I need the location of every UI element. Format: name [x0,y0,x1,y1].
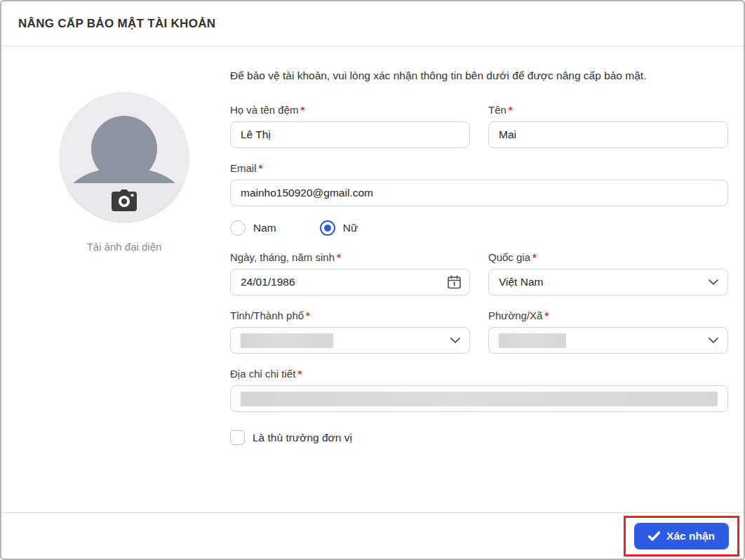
required-asterisk: * [337,251,341,263]
avatar-column: Tải ảnh đại diện [18,66,230,512]
chevron-down-icon [709,279,718,286]
address-label: Địa chỉ chi tiết* [230,368,728,380]
security-upgrade-dialog: NÂNG CẤP BẢO MẬT TÀI KHOẢN Tải ảnh đại d… [0,0,745,560]
field-ward: Phường/Xã* [488,309,728,354]
field-dob: Ngày, tháng, năm sinh* [230,251,470,295]
required-asterisk: * [259,162,263,174]
dialog-footer: Xác nhận [1,512,744,559]
avatar-caption: Tải ảnh đại diện [87,241,162,253]
field-country: Quốc gia* Việt Nam [488,251,728,295]
unit-head-checkbox-row[interactable]: Là thủ trưởng đơn vị [230,430,728,445]
required-asterisk: * [509,104,513,116]
field-first-name: Tên* [488,104,728,148]
chevron-down-icon [709,338,718,344]
red-highlight-box: Xác nhận [624,516,739,556]
form-column: Để bảo vệ tài khoản, vui lòng xác nhận t… [230,66,728,512]
avatar-camera-band [59,183,189,222]
address-input[interactable] [230,385,728,412]
province-label: Tỉnh/Thành phố* [230,309,470,321]
required-asterisk: * [532,251,537,263]
gender-option-female[interactable]: Nữ [320,220,358,236]
radio-unselected-icon[interactable] [230,220,246,236]
check-icon [648,531,660,541]
country-label: Quốc gia* [488,251,728,263]
avatar-upload-area[interactable] [59,92,189,222]
middle-name-input[interactable] [230,121,470,148]
dob-label: Ngày, tháng, năm sinh* [230,251,470,263]
gender-female-label: Nữ [343,222,358,234]
country-select[interactable]: Việt Nam [488,269,728,295]
gender-male-label: Nam [253,222,276,234]
chevron-down-icon [450,338,460,344]
field-email: Email* [230,162,728,206]
first-name-input[interactable] [488,121,728,148]
email-label: Email* [230,162,728,174]
field-address: Địa chỉ chi tiết* [230,368,728,412]
dob-input[interactable] [230,269,470,295]
confirm-button[interactable]: Xác nhận [634,523,729,549]
required-asterisk: * [297,368,302,380]
required-asterisk: * [301,104,305,116]
checkbox-unchecked-icon[interactable] [230,430,245,445]
unit-head-label: Là thủ trưởng đơn vị [253,432,352,444]
ward-select[interactable] [488,327,728,354]
required-asterisk: * [544,309,549,321]
field-province: Tỉnh/Thành phố* [230,309,470,354]
email-input[interactable] [230,180,728,206]
redacted-ward-value [499,333,566,348]
camera-icon [111,189,137,212]
dialog-header: NÂNG CẤP BẢO MẬT TÀI KHOẢN [1,1,744,46]
ward-label: Phường/Xã* [488,309,728,321]
confirm-button-label: Xác nhận [666,530,715,542]
dialog-body: Tải ảnh đại diện Để bảo vệ tài khoản, vu… [1,46,744,512]
required-asterisk: * [306,309,310,321]
gender-option-male[interactable]: Nam [230,220,276,236]
province-select[interactable] [230,327,470,354]
redacted-province-value [241,333,333,348]
form-description: Để bảo vệ tài khoản, vui lòng xác nhận t… [230,66,680,86]
radio-selected-icon[interactable] [320,220,335,236]
redacted-address-value [241,392,718,406]
country-value: Việt Nam [499,276,543,288]
first-name-label: Tên* [488,104,728,116]
middle-name-label: Họ và tên đệm* [230,104,470,116]
gender-radio-group: Nam Nữ [230,220,728,236]
field-middle-name: Họ và tên đệm* [230,104,470,148]
dialog-title: NÂNG CẤP BẢO MẬT TÀI KHOẢN [18,17,215,31]
